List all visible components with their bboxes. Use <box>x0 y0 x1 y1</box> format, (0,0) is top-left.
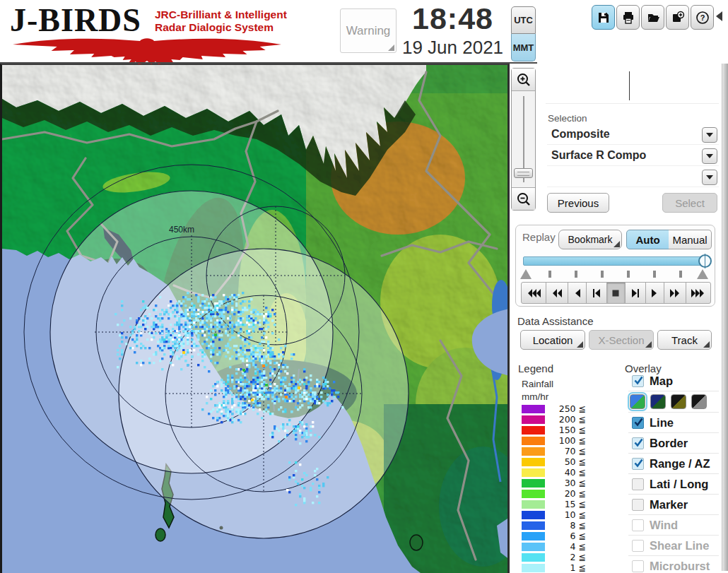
product-dropdown-arrow-icon[interactable] <box>702 148 717 164</box>
unchecked-checkbox[interactable] <box>632 519 644 531</box>
play-reverse-icon <box>574 288 581 298</box>
overlay-item-wind[interactable]: Wind <box>628 515 719 536</box>
category-dropdown[interactable]: Composite <box>547 126 719 145</box>
step-back-icon <box>592 288 601 298</box>
tick-start-icon <box>520 269 532 279</box>
zoom-out-button[interactable] <box>512 187 535 210</box>
product-dropdown[interactable]: Surface R Compo <box>547 147 719 166</box>
save-button[interactable] <box>592 5 615 30</box>
print-button[interactable] <box>616 5 640 30</box>
checked-checkbox[interactable] <box>632 437 644 449</box>
mmt-button[interactable]: MMT <box>511 34 536 61</box>
warning-button[interactable]: Warning <box>340 8 397 53</box>
zoom-in-button[interactable] <box>512 69 535 91</box>
open-folder-icon <box>646 11 660 25</box>
utc-button[interactable]: UTC <box>511 6 536 34</box>
legend-row: 6 ≦ <box>522 531 613 541</box>
map-zoom-control <box>511 68 536 211</box>
help-button[interactable]: ? <box>691 5 714 30</box>
checked-checkbox[interactable] <box>632 417 644 429</box>
play-icon <box>651 288 658 298</box>
forward-fast-button[interactable] <box>664 282 686 304</box>
auto-mode-button[interactable]: Auto <box>626 230 669 249</box>
legend-row: 15 ≦ <box>522 499 613 509</box>
panel-scrollbar[interactable] <box>722 36 728 571</box>
legend-row: 10 ≦ <box>522 509 613 520</box>
previous-button[interactable]: Previous <box>547 193 609 213</box>
open-button[interactable] <box>641 5 664 30</box>
map-style-swatch[interactable] <box>671 394 686 409</box>
stop-button[interactable] <box>606 282 626 304</box>
logo-subtitle: JRC-Brilliant & Intelligent Radar Dialog… <box>155 8 287 34</box>
zoom-slider-handle[interactable] <box>514 168 533 178</box>
clock-date: 19 Jun 2021 <box>398 37 507 59</box>
unchecked-checkbox[interactable] <box>632 499 644 511</box>
legend-value: 1 ≦ <box>549 562 586 573</box>
bookmark-button[interactable]: Bookmark <box>558 230 622 249</box>
replay-slider-handle[interactable] <box>698 254 712 268</box>
category-dropdown-value: Composite <box>551 128 610 141</box>
station-listbox[interactable] <box>546 68 719 104</box>
x-section-button[interactable]: X-Section <box>589 330 654 350</box>
play-button[interactable] <box>645 282 664 304</box>
bookmark-corner-grip-icon <box>613 241 620 247</box>
x-section-label: X-Section <box>598 334 644 346</box>
overlay-item-microburst[interactable]: Microburst <box>628 556 719 573</box>
overlay-item-label: Lati / Long <box>650 478 708 491</box>
legend-value: 8 ≦ <box>549 520 586 531</box>
overlay-item-marker[interactable]: Marker <box>628 495 719 515</box>
logo-subtitle-line1: JRC-Brilliant & Intelligent <box>155 8 287 21</box>
checked-checkbox[interactable] <box>632 458 644 470</box>
legend-value: 100 ≦ <box>549 435 586 446</box>
step-back-button[interactable] <box>586 282 606 304</box>
add-image-button[interactable] <box>666 5 689 30</box>
unchecked-checkbox[interactable] <box>632 560 644 572</box>
location-corner-grip-icon <box>577 341 583 348</box>
step-forward-button[interactable] <box>625 282 645 304</box>
map-style-swatch-selected[interactable] <box>630 394 645 409</box>
unchecked-checkbox[interactable] <box>632 478 644 490</box>
replay-slider-track[interactable] <box>523 256 706 266</box>
overlay-item-border[interactable]: Border <box>628 433 719 454</box>
forward-fastest-button[interactable] <box>686 282 711 304</box>
map-style-swatch[interactable] <box>691 394 707 409</box>
unchecked-checkbox[interactable] <box>632 540 644 552</box>
overlay-item-range-az[interactable]: Range / AZ <box>628 454 719 474</box>
manual-mode-button[interactable]: Manual <box>669 230 712 249</box>
legend-value: 40 ≦ <box>549 467 586 478</box>
legend-color-swatch <box>522 405 545 413</box>
x-section-corner-grip-icon <box>645 341 652 348</box>
tick-icon <box>601 271 604 278</box>
overlay-item-label: Map <box>650 374 673 388</box>
zoom-slider-track[interactable] <box>512 92 535 187</box>
overlay-item-map[interactable]: Map <box>628 371 719 391</box>
legend-color-swatch <box>522 500 545 509</box>
option-dropdown-arrow-icon[interactable] <box>702 170 717 185</box>
zoom-out-icon <box>516 191 532 207</box>
rewind-fast-button[interactable] <box>546 282 568 304</box>
track-button[interactable]: Track <box>657 330 712 350</box>
legend-row: 100 ≦ <box>522 435 613 446</box>
replay-label: Replay <box>522 231 556 243</box>
header-bar: J-BIRDS JRC-Brilliant & Intelligent Rada… <box>0 0 728 64</box>
select-button[interactable]: Select <box>662 193 717 213</box>
overlay-item-shear-line[interactable]: Shear Line <box>628 536 719 556</box>
play-reverse-button[interactable] <box>568 282 587 304</box>
legend-row: 2 ≦ <box>522 552 613 562</box>
collapse-panel-arrow-icon[interactable] <box>716 11 722 21</box>
legend-value: 6 ≦ <box>549 531 586 541</box>
option-dropdown[interactable] <box>547 168 719 187</box>
location-button[interactable]: Location <box>520 330 585 350</box>
overlay-item-lati-long[interactable]: Lati / Long <box>628 474 719 495</box>
tick-icon <box>679 271 682 278</box>
radar-map[interactable]: 450km <box>2 65 510 573</box>
checked-checkbox[interactable] <box>632 375 644 387</box>
map-style-swatch[interactable] <box>650 394 666 409</box>
overlay-item-line[interactable]: Line <box>628 413 719 433</box>
category-dropdown-arrow-icon[interactable] <box>702 127 717 143</box>
legend-row: 30 ≦ <box>522 478 613 488</box>
rewind-fastest-button[interactable] <box>521 282 546 304</box>
help-icon: ? <box>695 11 710 25</box>
logo-subtitle-line2: Radar Dialogic System <box>155 21 287 34</box>
legend-color-swatch <box>522 490 545 498</box>
